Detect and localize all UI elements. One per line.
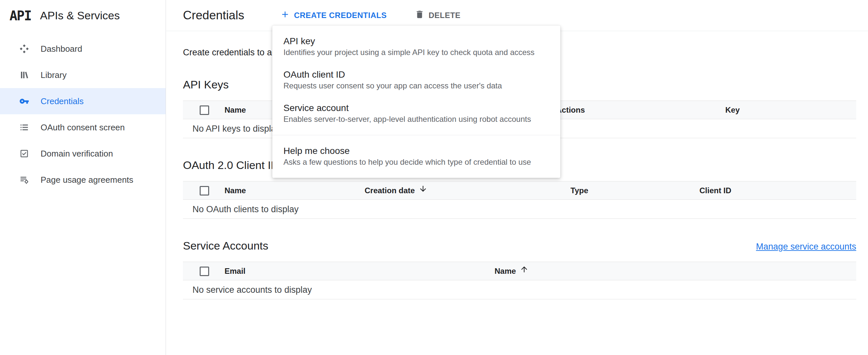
menu-item-service-account[interactable]: Service account Enables server-to-server… (272, 97, 560, 130)
create-credentials-menu: API key Identifies your project using a … (272, 26, 560, 178)
manage-service-accounts-link[interactable]: Manage service accounts (756, 242, 856, 252)
library-icon (19, 70, 29, 80)
column-header-name[interactable]: Name (224, 101, 246, 119)
sidebar-item-label: Credentials (40, 96, 84, 107)
column-header-name[interactable]: Name (495, 262, 529, 280)
create-credentials-label: CREATE CREDENTIALS (294, 11, 386, 20)
sidebar-item-label: OAuth consent screen (40, 122, 125, 132)
sidebar-item-label: Domain verification (40, 149, 113, 159)
column-header-email[interactable]: Email (224, 262, 246, 280)
service-accounts-table-header: Email Name (183, 262, 856, 280)
select-all-checkbox[interactable] (200, 267, 209, 276)
consent-list-icon (19, 122, 29, 132)
sort-ascending-icon (520, 262, 529, 280)
agreements-gear-icon (19, 175, 29, 185)
oauth-clients-empty-state: No OAuth clients to display (183, 200, 856, 219)
sidebar-item-library[interactable]: Library (0, 62, 165, 88)
sidebar-item-label: Dashboard (40, 44, 82, 54)
menu-item-description: Enables server-to-server, app-level auth… (283, 115, 549, 123)
service-accounts-section-title: Service Accounts (183, 239, 269, 253)
menu-item-description: Identifies your project using a simple A… (283, 49, 549, 56)
dashboard-icon (19, 44, 29, 54)
sidebar-item-oauth-consent-screen[interactable]: OAuth consent screen (0, 114, 165, 141)
select-all-checkbox[interactable] (200, 106, 209, 115)
menu-item-title: Service account (283, 103, 549, 113)
page-title: Credentials (183, 8, 244, 22)
sidebar-item-label: Page usage agreements (40, 175, 133, 185)
key-icon (19, 96, 29, 106)
service-accounts-empty-state: No service accounts to display (183, 280, 856, 299)
sidebar-nav: Dashboard Library Credentials OAuth cons… (0, 31, 165, 193)
menu-divider (272, 135, 560, 135)
oauth-clients-table-header: Name Creation date Type Client ID (183, 181, 856, 200)
service-accounts-table: Email Name No service accounts to displa… (183, 262, 856, 299)
plus-icon (280, 9, 290, 21)
menu-item-help-me-choose[interactable]: Help me choose Asks a few questions to h… (272, 140, 560, 173)
product-header: API APIs & Services (0, 0, 165, 31)
sidebar-item-dashboard[interactable]: Dashboard (0, 36, 165, 62)
sidebar-item-credentials[interactable]: Credentials (0, 88, 165, 114)
column-header-type[interactable]: Type (570, 181, 588, 200)
sidebar-item-domain-verification[interactable]: Domain verification (0, 141, 165, 167)
sort-descending-icon (418, 181, 428, 200)
create-credentials-button[interactable]: CREATE CREDENTIALS (276, 6, 391, 25)
column-header-key[interactable]: Key (725, 101, 740, 119)
menu-item-description: Asks a few questions to help you decide … (283, 158, 549, 166)
sidebar-item-label: Library (40, 70, 66, 80)
menu-item-description: Requests user consent so your app can ac… (283, 82, 549, 90)
oauth-clients-table: Name Creation date Type Client ID No OAu… (183, 181, 856, 219)
column-header-name[interactable]: Name (224, 181, 246, 200)
menu-item-api-key[interactable]: API key Identifies your project using a … (272, 30, 560, 63)
column-header-client-id[interactable]: Client ID (700, 181, 731, 200)
delete-button[interactable]: DELETE (410, 6, 465, 25)
column-header-creation-date[interactable]: Creation date (365, 181, 428, 200)
product-title: APIs & Services (40, 9, 120, 22)
menu-item-oauth-client-id[interactable]: OAuth client ID Requests user consent so… (272, 63, 560, 97)
delete-label: DELETE (428, 11, 461, 20)
app-window: API APIs & Services Dashboard Library (0, 0, 868, 355)
menu-item-title: Help me choose (283, 146, 549, 155)
sidebar: API APIs & Services Dashboard Library (0, 0, 166, 355)
sidebar-item-page-usage-agreements[interactable]: Page usage agreements (0, 167, 165, 193)
service-accounts-section-header: Service Accounts Manage service accounts (183, 239, 856, 253)
menu-item-title: OAuth client ID (283, 70, 549, 79)
domain-verification-icon (19, 149, 29, 158)
trash-icon (415, 9, 425, 21)
column-header-actions[interactable]: Actions (556, 101, 585, 119)
menu-item-title: API key (283, 37, 549, 46)
api-logo: API (9, 8, 31, 23)
select-all-checkbox[interactable] (200, 186, 209, 196)
